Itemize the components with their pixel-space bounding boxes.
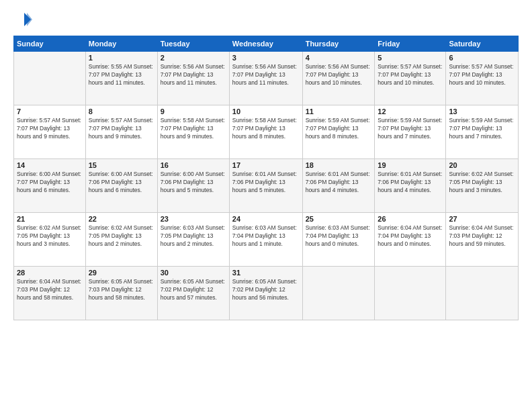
- weekday-header-friday: Friday: [375, 36, 446, 52]
- day-number: 1: [89, 54, 154, 62]
- calendar-row: 21Sunrise: 6:02 AM Sunset: 7:05 PM Dayli…: [14, 213, 519, 267]
- calendar-cell: 18Sunrise: 6:01 AM Sunset: 7:06 PM Dayli…: [302, 159, 375, 213]
- day-number: 7: [17, 107, 83, 116]
- day-number: 20: [449, 161, 515, 169]
- day-number: 2: [161, 54, 226, 62]
- calendar-cell: 14Sunrise: 6:00 AM Sunset: 7:07 PM Dayli…: [14, 159, 86, 213]
- cell-info: Sunrise: 6:04 AM Sunset: 7:04 PM Dayligh…: [378, 224, 443, 248]
- day-number: 10: [232, 107, 300, 116]
- calendar-cell: 10Sunrise: 5:58 AM Sunset: 7:07 PM Dayli…: [229, 105, 302, 159]
- cell-info: Sunrise: 5:56 AM Sunset: 7:07 PM Dayligh…: [161, 63, 226, 87]
- calendar-cell: 21Sunrise: 6:02 AM Sunset: 7:05 PM Dayli…: [14, 213, 86, 267]
- calendar-cell: 8Sunrise: 5:57 AM Sunset: 7:07 PM Daylig…: [85, 105, 157, 159]
- logo-icon: [13, 10, 32, 29]
- day-number: 8: [89, 107, 154, 116]
- day-number: 23: [161, 215, 226, 223]
- day-number: 14: [17, 161, 83, 169]
- calendar-cell: 11Sunrise: 5:59 AM Sunset: 7:07 PM Dayli…: [302, 105, 375, 159]
- cell-info: Sunrise: 6:02 AM Sunset: 7:05 PM Dayligh…: [449, 171, 515, 195]
- calendar-cell: [375, 267, 446, 320]
- cell-info: Sunrise: 5:58 AM Sunset: 7:07 PM Dayligh…: [232, 117, 300, 141]
- calendar-cell: [14, 52, 86, 105]
- day-number: 15: [89, 161, 154, 169]
- cell-info: Sunrise: 6:01 AM Sunset: 7:06 PM Dayligh…: [306, 171, 372, 195]
- calendar-cell: 9Sunrise: 5:58 AM Sunset: 7:07 PM Daylig…: [157, 105, 229, 159]
- day-number: 3: [232, 54, 300, 62]
- day-number: 6: [449, 54, 515, 62]
- day-number: 9: [161, 107, 226, 116]
- day-number: 31: [232, 269, 300, 277]
- cell-info: Sunrise: 5:56 AM Sunset: 7:07 PM Dayligh…: [306, 63, 372, 87]
- cell-info: Sunrise: 6:05 AM Sunset: 7:03 PM Dayligh…: [89, 278, 154, 302]
- day-number: 5: [378, 54, 443, 62]
- calendar-table: SundayMondayTuesdayWednesdayThursdayFrid…: [13, 36, 519, 320]
- calendar-cell: 13Sunrise: 5:59 AM Sunset: 7:07 PM Dayli…: [446, 105, 519, 159]
- day-number: 16: [161, 161, 226, 169]
- weekday-header-thursday: Thursday: [302, 36, 375, 52]
- day-number: 19: [378, 161, 443, 169]
- day-number: 11: [306, 107, 372, 116]
- calendar-cell: 22Sunrise: 6:02 AM Sunset: 7:05 PM Dayli…: [85, 213, 157, 267]
- calendar-row: 28Sunrise: 6:04 AM Sunset: 7:03 PM Dayli…: [14, 267, 519, 320]
- calendar-cell: 30Sunrise: 6:05 AM Sunset: 7:02 PM Dayli…: [157, 267, 229, 320]
- cell-info: Sunrise: 6:04 AM Sunset: 7:03 PM Dayligh…: [449, 224, 515, 248]
- logo: [13, 10, 35, 29]
- cell-info: Sunrise: 6:00 AM Sunset: 7:06 PM Dayligh…: [89, 171, 154, 195]
- day-number: 25: [306, 215, 372, 223]
- weekday-header-wednesday: Wednesday: [229, 36, 302, 52]
- calendar-cell: 26Sunrise: 6:04 AM Sunset: 7:04 PM Dayli…: [375, 213, 446, 267]
- day-number: 26: [378, 215, 443, 223]
- calendar-row: 14Sunrise: 6:00 AM Sunset: 7:07 PM Dayli…: [14, 159, 519, 213]
- cell-info: Sunrise: 6:02 AM Sunset: 7:05 PM Dayligh…: [17, 224, 83, 248]
- cell-info: Sunrise: 6:05 AM Sunset: 7:02 PM Dayligh…: [161, 278, 226, 302]
- cell-info: Sunrise: 6:03 AM Sunset: 7:04 PM Dayligh…: [232, 224, 300, 248]
- cell-info: Sunrise: 5:59 AM Sunset: 7:07 PM Dayligh…: [306, 117, 372, 141]
- cell-info: Sunrise: 5:57 AM Sunset: 7:07 PM Dayligh…: [89, 117, 154, 141]
- weekday-header-monday: Monday: [85, 36, 157, 52]
- calendar-cell: 12Sunrise: 5:59 AM Sunset: 7:07 PM Dayli…: [375, 105, 446, 159]
- weekday-header-row: SundayMondayTuesdayWednesdayThursdayFrid…: [14, 36, 519, 52]
- cell-info: Sunrise: 5:59 AM Sunset: 7:07 PM Dayligh…: [449, 117, 515, 141]
- cell-info: Sunrise: 6:03 AM Sunset: 7:05 PM Dayligh…: [161, 224, 226, 248]
- calendar-cell: 28Sunrise: 6:04 AM Sunset: 7:03 PM Dayli…: [14, 267, 86, 320]
- calendar-cell: 23Sunrise: 6:03 AM Sunset: 7:05 PM Dayli…: [157, 213, 229, 267]
- calendar-cell: 16Sunrise: 6:00 AM Sunset: 7:06 PM Dayli…: [157, 159, 229, 213]
- calendar-cell: 31Sunrise: 6:05 AM Sunset: 7:02 PM Dayli…: [229, 267, 302, 320]
- calendar-cell: 27Sunrise: 6:04 AM Sunset: 7:03 PM Dayli…: [446, 213, 519, 267]
- calendar-cell: 15Sunrise: 6:00 AM Sunset: 7:06 PM Dayli…: [85, 159, 157, 213]
- weekday-header-saturday: Saturday: [446, 36, 519, 52]
- cell-info: Sunrise: 5:57 AM Sunset: 7:07 PM Dayligh…: [17, 117, 83, 141]
- cell-info: Sunrise: 5:55 AM Sunset: 7:07 PM Dayligh…: [89, 63, 154, 87]
- calendar-cell: 19Sunrise: 6:01 AM Sunset: 7:06 PM Dayli…: [375, 159, 446, 213]
- day-number: 13: [449, 107, 515, 116]
- calendar-row: 1Sunrise: 5:55 AM Sunset: 7:07 PM Daylig…: [14, 52, 519, 105]
- cell-info: Sunrise: 5:57 AM Sunset: 7:07 PM Dayligh…: [378, 63, 443, 87]
- cell-info: Sunrise: 6:01 AM Sunset: 7:06 PM Dayligh…: [378, 171, 443, 195]
- calendar-cell: 29Sunrise: 6:05 AM Sunset: 7:03 PM Dayli…: [85, 267, 157, 320]
- cell-info: Sunrise: 5:57 AM Sunset: 7:07 PM Dayligh…: [449, 63, 515, 87]
- calendar-cell: 6Sunrise: 5:57 AM Sunset: 7:07 PM Daylig…: [446, 52, 519, 105]
- cell-info: Sunrise: 6:05 AM Sunset: 7:02 PM Dayligh…: [232, 278, 300, 302]
- day-number: 29: [89, 269, 154, 277]
- calendar-cell: [302, 267, 375, 320]
- calendar-cell: 20Sunrise: 6:02 AM Sunset: 7:05 PM Dayli…: [446, 159, 519, 213]
- calendar-cell: 5Sunrise: 5:57 AM Sunset: 7:07 PM Daylig…: [375, 52, 446, 105]
- cell-info: Sunrise: 6:04 AM Sunset: 7:03 PM Dayligh…: [17, 278, 83, 302]
- day-number: 22: [89, 215, 154, 223]
- calendar-cell: 25Sunrise: 6:03 AM Sunset: 7:04 PM Dayli…: [302, 213, 375, 267]
- day-number: 28: [17, 269, 83, 277]
- cell-info: Sunrise: 6:02 AM Sunset: 7:05 PM Dayligh…: [89, 224, 154, 248]
- cell-info: Sunrise: 6:01 AM Sunset: 7:06 PM Dayligh…: [232, 171, 300, 195]
- day-number: 30: [161, 269, 226, 277]
- cell-info: Sunrise: 6:00 AM Sunset: 7:06 PM Dayligh…: [161, 171, 226, 195]
- header: [13, 10, 519, 29]
- day-number: 17: [232, 161, 300, 169]
- calendar-cell: 2Sunrise: 5:56 AM Sunset: 7:07 PM Daylig…: [157, 52, 229, 105]
- calendar-cell: [446, 267, 519, 320]
- calendar-cell: 7Sunrise: 5:57 AM Sunset: 7:07 PM Daylig…: [14, 105, 86, 159]
- day-number: 24: [232, 215, 300, 223]
- day-number: 27: [449, 215, 515, 223]
- calendar-cell: 24Sunrise: 6:03 AM Sunset: 7:04 PM Dayli…: [229, 213, 302, 267]
- calendar-row: 7Sunrise: 5:57 AM Sunset: 7:07 PM Daylig…: [14, 105, 519, 159]
- weekday-header-tuesday: Tuesday: [157, 36, 229, 52]
